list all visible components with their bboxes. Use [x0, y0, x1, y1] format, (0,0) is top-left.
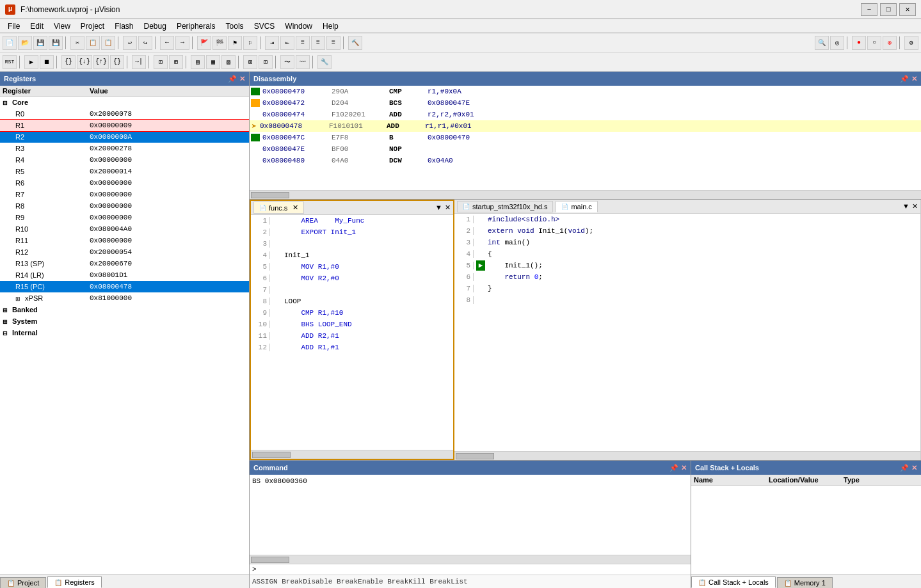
- disasm-row-3[interactable]: 0x08000474 F1020201 ADD r2,r2,#0x01: [250, 109, 921, 120]
- menu-edit[interactable]: Edit: [25, 20, 49, 32]
- func-s-line-6[interactable]: 6 MOV R2,#0: [251, 273, 453, 284]
- tb-flag1[interactable]: 🚩: [197, 36, 211, 50]
- tb-paste[interactable]: 📋: [101, 36, 115, 50]
- reg-xpsr-row[interactable]: ⊞ xPSR 0x81000000: [0, 292, 249, 304]
- reg-r11-row[interactable]: R11 0x00000000: [0, 235, 249, 246]
- tb-align3[interactable]: ≡: [326, 36, 340, 50]
- func-s-line-1[interactable]: 1 AREA My_Func: [251, 215, 453, 226]
- func-s-line-4[interactable]: 4 Init_1: [251, 250, 453, 261]
- tb-indent[interactable]: ⇥: [265, 36, 279, 50]
- callstack-close-icon[interactable]: ✕: [911, 464, 917, 472]
- disasm-row-2[interactable]: 0x08000472 D204 BCS 0x0800047E: [250, 97, 921, 109]
- reg-r9-row[interactable]: R9 0x00000000: [0, 212, 249, 223]
- main-c-line-8[interactable]: 8: [454, 294, 920, 306]
- reg-r15-row[interactable]: R15 (PC) 0x08000478: [0, 281, 249, 292]
- reg-r8-row[interactable]: R8 0x00000000: [0, 200, 249, 212]
- callstack-pin-icon[interactable]: 📌: [900, 464, 909, 472]
- disasm-row-1[interactable]: 0x08000470 290A CMP r1,#0x0A: [250, 86, 921, 97]
- registers-pin-icon[interactable]: 📌: [228, 75, 237, 83]
- main-c-line-2[interactable]: 2 extern void Init_1(void);: [454, 225, 920, 237]
- tb-flag4[interactable]: ⚐: [243, 36, 257, 50]
- menu-svcs[interactable]: SVCS: [249, 20, 280, 32]
- tab-memory1[interactable]: 📋 Memory 1: [777, 577, 833, 588]
- reg-system-row[interactable]: ⊞ System: [0, 315, 249, 327]
- tb-flag3[interactable]: ⚑: [228, 36, 242, 50]
- close-button[interactable]: ✕: [899, 3, 916, 16]
- func-s-line-2[interactable]: 2 EXPORT Init_1: [251, 226, 453, 238]
- func-s-line-7[interactable]: 7: [251, 284, 453, 296]
- func-s-close[interactable]: ✕: [445, 203, 451, 212]
- func-s-line-5[interactable]: 5 MOV R1,#0: [251, 261, 453, 273]
- tb-nav-fwd[interactable]: →: [175, 36, 189, 50]
- tb-redo[interactable]: ↪: [138, 36, 152, 50]
- reg-r12-row[interactable]: R12 0x20000054: [0, 246, 249, 258]
- func-s-line-9[interactable]: 9 CMP R1,#10: [251, 307, 453, 319]
- tb-align1[interactable]: ≡: [296, 36, 310, 50]
- main-c-h-thumb[interactable]: [456, 453, 494, 459]
- main-c-dropdown[interactable]: ▼: [902, 202, 909, 211]
- reg-r1-row[interactable]: R1 0x00000009: [0, 120, 249, 131]
- disassembly-pin-icon[interactable]: 📌: [900, 75, 909, 83]
- main-c-line-3[interactable]: 3 int main(): [454, 237, 920, 248]
- tb-cut[interactable]: ✂: [70, 36, 84, 50]
- reg-core-group[interactable]: ⊟ Core: [0, 97, 249, 108]
- tb-stop[interactable]: ○: [867, 36, 881, 50]
- tb-waveform[interactable]: 〜: [280, 55, 294, 69]
- main-c-tab[interactable]: 📄 main.c: [556, 201, 597, 212]
- tb-step-into-1[interactable]: {↓}: [77, 55, 92, 69]
- func-s-line-10[interactable]: 10 BHS LOOP_END: [251, 319, 453, 330]
- main-c-line-6[interactable]: 6 return 0;: [454, 271, 920, 283]
- tb-settings[interactable]: ⚙: [904, 36, 918, 50]
- startup-tab[interactable]: 📄 startup_stm32f10x_hd.s: [457, 201, 553, 212]
- tb-dbg-mode2[interactable]: ⊞: [169, 55, 183, 69]
- main-c-line-1[interactable]: 1 #include<stdio.h>: [454, 214, 920, 225]
- tab-callstack[interactable]: 📋 Call Stack + Locals: [691, 576, 776, 588]
- func-s-h-scroll[interactable]: [251, 450, 453, 459]
- tb-target[interactable]: ◎: [830, 36, 844, 50]
- tb-open[interactable]: 📂: [18, 36, 32, 50]
- menu-window[interactable]: Window: [280, 20, 317, 32]
- disasm-row-7[interactable]: 0x08000480 04A0 DCW 0x04A0: [250, 155, 921, 166]
- tb-mem-opt2[interactable]: ▧: [221, 55, 236, 69]
- tb-search[interactable]: 🔍: [815, 36, 829, 50]
- disassembly-h-scroll-thumb[interactable]: [251, 192, 289, 198]
- tb-waveform2[interactable]: 〰: [296, 55, 310, 69]
- main-c-close[interactable]: ✕: [912, 202, 918, 211]
- menu-peripherals[interactable]: Peripherals: [172, 20, 221, 32]
- reg-r10-row[interactable]: R10 0x080004A0: [0, 223, 249, 235]
- tb-build[interactable]: 🔨: [348, 36, 362, 50]
- tb-mem-view[interactable]: ▤: [191, 55, 205, 69]
- disasm-row-4[interactable]: ➤ 0x08000478 F1010101 ADD r1,r1,#0x01: [250, 120, 921, 132]
- disasm-row-6[interactable]: 0x0800047E BF00 NOP: [250, 143, 921, 155]
- reg-r3-row[interactable]: R3 0x20000278: [0, 143, 249, 154]
- tb-flag2[interactable]: 🏁: [212, 36, 227, 50]
- menu-debug[interactable]: Debug: [139, 20, 172, 32]
- func-s-h-thumb[interactable]: [252, 452, 291, 458]
- tb-dbg-mode1[interactable]: ⊡: [154, 55, 168, 69]
- tb-rst[interactable]: RST: [3, 55, 17, 69]
- command-close-icon[interactable]: ✕: [681, 464, 687, 472]
- tb-view1[interactable]: ⊠: [243, 55, 257, 69]
- reg-banked-row[interactable]: ⊞ Banked: [0, 304, 249, 315]
- func-s-line-8[interactable]: 8 LOOP: [251, 296, 453, 307]
- reg-r7-row[interactable]: R7 0x00000000: [0, 189, 249, 200]
- tb-view2[interactable]: ⊡: [259, 55, 273, 69]
- tb-stop3[interactable]: ⏹: [40, 55, 54, 69]
- func-s-tab-close[interactable]: ✕: [292, 203, 298, 212]
- menu-tools[interactable]: Tools: [221, 20, 249, 32]
- tb-save-all[interactable]: 💾: [49, 36, 63, 50]
- tb-step-out-1[interactable]: {↑}: [93, 55, 109, 69]
- tab-project[interactable]: 📋 Project: [0, 577, 46, 588]
- minimize-button[interactable]: −: [861, 3, 877, 16]
- reg-internal-row[interactable]: ⊟ Internal: [0, 327, 249, 338]
- tab-registers[interactable]: 📋 Registers: [47, 576, 101, 588]
- menu-view[interactable]: View: [49, 20, 76, 32]
- tb-save[interactable]: 💾: [33, 36, 47, 50]
- menu-file[interactable]: File: [3, 20, 25, 32]
- disassembly-h-scroll[interactable]: [250, 190, 921, 199]
- tb-step-asm[interactable]: {}: [110, 55, 124, 69]
- tb-stop2[interactable]: ⊗: [883, 36, 897, 50]
- func-s-line-12[interactable]: 12 ADD R1,#1: [251, 342, 453, 353]
- reg-r13-row[interactable]: R13 (SP) 0x20000670: [0, 258, 249, 269]
- tb-step-over-1[interactable]: {}: [61, 55, 76, 69]
